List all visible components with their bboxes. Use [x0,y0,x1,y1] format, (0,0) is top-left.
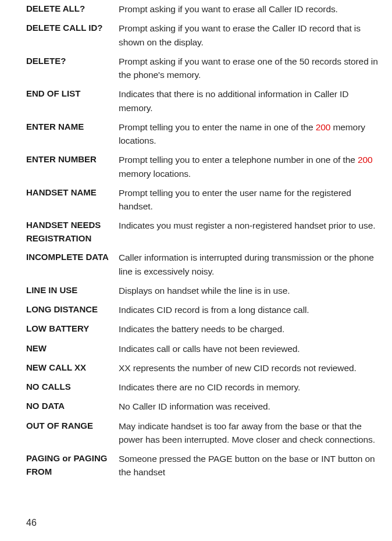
glossary-description: Indicates you must register a non-regist… [119,219,379,245]
glossary-entry: LINE IN USEDisplays on handset while the… [26,284,379,297]
glossary-description: XX represents the number of new CID reco… [119,361,379,375]
desc-text: May indicate handset is too far away fro… [119,421,375,444]
glossary-entry: DELETE CALL ID?Prompt asking if you want… [26,22,379,49]
desc-text: Indicates that there is no additional in… [119,89,348,112]
glossary-description: Indicates that there is no additional in… [119,87,379,115]
glossary-term: END OF LIST [26,87,119,115]
desc-text: Displays on handset while the line is in… [119,286,290,296]
glossary-entry: NEW CALL XXXX represents the number of n… [26,361,379,375]
glossary-description: Someone pressed the PAGE button on the b… [119,452,379,479]
glossary-entry: NO CALLSIndicates there are no CID recor… [26,380,379,394]
glossary-term: NEW CALL XX [26,361,119,375]
desc-text: Prompt asking if you want to erase the C… [119,23,361,47]
glossary-description: No Caller ID information was received. [119,400,379,413]
glossary-term: HANDSET NEEDS REGISTRATION [26,219,119,245]
glossary-description: Prompt asking if you want to erase the C… [119,22,379,49]
glossary-entry: HANDSET NEEDS REGISTRATIONIndicates you … [26,219,379,245]
glossary-description: Prompt asking if you want to erase one o… [119,55,379,82]
desc-text: Caller information is interrupted during… [119,252,374,276]
desc-text: Indicates there are no CID records in me… [119,382,300,392]
glossary-term: PAGING or PAGING FROM [26,452,119,479]
desc-text: Prompt asking if you want to erase all C… [119,4,338,14]
glossary-term: INCOMPLETE DATA [26,251,119,278]
desc-text: 200 [316,122,331,132]
desc-text: Indicates call or calls have not been re… [119,344,300,354]
glossary-description: Prompt asking if you want to erase all C… [119,2,379,16]
glossary-entry: LONG DISTANCEIndicates CID record is fro… [26,303,379,316]
glossary-term: LONG DISTANCE [26,303,119,316]
glossary-description: Indicates the battery needs to be charge… [119,322,379,336]
glossary-term: ENTER NAME [26,120,119,148]
glossary-description: Prompt telling you to enter a telephone … [119,153,379,180]
glossary-entry: PAGING or PAGING FROMSomeone pressed the… [26,452,379,479]
desc-text: Prompt telling you to enter the name in … [119,122,316,132]
glossary-description: Indicates call or calls have not been re… [119,342,379,355]
glossary-description: Displays on handset while the line is in… [119,284,379,297]
glossary-term: NO CALLS [26,380,119,394]
glossary-description: Caller information is interrupted during… [119,251,379,278]
glossary-entry: DELETE?Prompt asking if you want to eras… [26,55,379,82]
glossary-term: ENTER NUMBER [26,153,119,180]
desc-text: No Caller ID information was received. [119,401,270,411]
glossary-entry: INCOMPLETE DATACaller information is int… [26,251,379,278]
glossary-entry: LOW BATTERYIndicates the battery needs t… [26,322,379,336]
desc-text: 200 [358,155,373,165]
glossary-term: HANDSET NAME [26,186,119,213]
desc-text: Prompt telling you to enter the user nam… [119,188,351,211]
glossary-entry: OUT OF RANGEMay indicate handset is too … [26,419,379,447]
glossary-term: DELETE ALL? [26,2,119,16]
page-number: 46 [26,518,37,528]
glossary-entry: ENTER NUMBERPrompt telling you to enter … [26,153,379,180]
desc-text: Indicates CID record is from a long dist… [119,305,309,315]
glossary-entry: NEWIndicates call or calls have not been… [26,342,379,355]
glossary-description: Prompt telling you to enter the user nam… [119,186,379,213]
desc-text: Prompt telling you to enter a telephone … [119,155,358,165]
glossary-entry: NO DATANo Caller ID information was rece… [26,400,379,413]
glossary-term: DELETE? [26,55,119,82]
glossary-description: Indicates CID record is from a long dist… [119,303,379,316]
desc-text: XX represents the number of new CID reco… [119,363,357,373]
glossary-entry: ENTER NAMEPrompt telling you to enter th… [26,120,379,148]
desc-text: memory locations. [119,169,191,179]
glossary-term: LOW BATTERY [26,322,119,336]
desc-text: Indicates you must register a non-regist… [119,220,375,230]
glossary-term: LINE IN USE [26,284,119,297]
desc-text: Prompt asking if you want to erase one o… [119,56,378,80]
desc-text: Someone pressed the PAGE button on the b… [119,454,375,477]
glossary-list: DELETE ALL?Prompt asking if you want to … [26,2,379,479]
glossary-description: Prompt telling you to enter the name in … [119,120,379,148]
glossary-term: DELETE CALL ID? [26,22,119,49]
glossary-term: OUT OF RANGE [26,419,119,447]
desc-text: Indicates the battery needs to be charge… [119,324,284,334]
glossary-entry: HANDSET NAMEPrompt telling you to enter … [26,186,379,213]
glossary-description: May indicate handset is too far away fro… [119,419,379,447]
glossary-entry: DELETE ALL?Prompt asking if you want to … [26,2,379,16]
glossary-term: NEW [26,342,119,355]
glossary-entry: END OF LISTIndicates that there is no ad… [26,87,379,115]
glossary-description: Indicates there are no CID records in me… [119,380,379,394]
glossary-term: NO DATA [26,400,119,413]
